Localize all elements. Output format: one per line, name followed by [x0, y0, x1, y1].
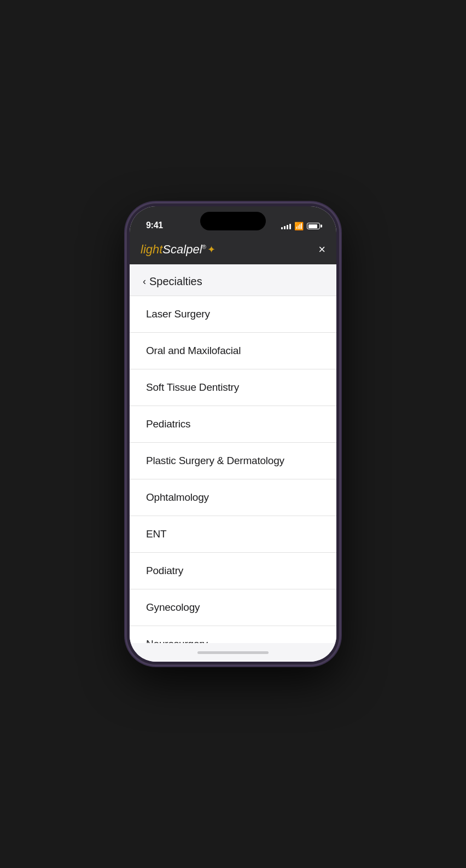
list-item[interactable]: Podiatry: [130, 553, 336, 589]
specialty-name: Soft Tissue Dentistry: [146, 381, 239, 393]
specialty-name: Oral and Maxilofacial: [146, 345, 241, 356]
signal-bar-2: [284, 226, 286, 229]
list-item[interactable]: Gynecology: [130, 589, 336, 626]
list-item[interactable]: Plastic Surgery & Dermatology: [130, 443, 336, 479]
list-item[interactable]: Oral and Maxilofacial: [130, 333, 336, 369]
list-item[interactable]: Soft Tissue Dentistry: [130, 369, 336, 406]
status-time: 9:41: [146, 221, 163, 230]
signal-bar-1: [281, 227, 283, 229]
signal-bar-3: [287, 225, 288, 229]
status-bar: 9:41 📶: [130, 206, 336, 236]
specialty-name: Pediatrics: [146, 418, 190, 430]
battery-fill: [308, 224, 317, 228]
specialty-name: Podiatry: [146, 565, 183, 576]
list-item[interactable]: Pediatrics: [130, 406, 336, 443]
back-chevron-icon: ‹: [143, 276, 146, 287]
battery-icon: [307, 223, 320, 229]
logo-text: lightScalpel®: [141, 244, 206, 256]
status-icons: 📶: [281, 222, 320, 230]
list-item[interactable]: Ophtalmology: [130, 479, 336, 516]
specialty-list: Laser Surgery Oral and Maxilofacial Soft…: [130, 296, 336, 643]
logo-light: light: [141, 242, 162, 256]
specialty-name: Neurosurgery: [146, 638, 208, 643]
specialty-name: Laser Surgery: [146, 308, 210, 320]
logo-spark-icon: ✦: [207, 244, 215, 256]
logo-scalpel: Scalpel: [162, 242, 202, 256]
phone-shell: 9:41 📶 l: [126, 203, 340, 665]
back-label: Specialties: [149, 275, 202, 288]
signal-bar-4: [289, 224, 291, 229]
signal-bars-icon: [281, 223, 291, 229]
phone-screen: 9:41 📶 l: [130, 206, 336, 662]
specialty-name: Gynecology: [146, 601, 200, 613]
app-header: lightScalpel® ✦ ×: [130, 236, 336, 264]
logo-reg: ®: [202, 244, 206, 250]
list-item[interactable]: Neurosurgery: [130, 626, 336, 643]
screen-content: 9:41 📶 l: [130, 206, 336, 662]
wifi-icon: 📶: [294, 222, 304, 230]
back-nav[interactable]: ‹ Specialties: [130, 264, 336, 296]
list-item[interactable]: ENT: [130, 516, 336, 553]
logo-container: lightScalpel® ✦: [141, 244, 215, 256]
specialty-name: ENT: [146, 528, 166, 540]
specialty-name: Ophtalmology: [146, 491, 209, 503]
home-bar: [197, 651, 269, 654]
dynamic-island: [200, 212, 266, 230]
content-area: ‹ Specialties Laser Surgery Oral and Max…: [130, 264, 336, 643]
home-indicator: [130, 643, 336, 662]
specialty-name: Plastic Surgery & Dermatology: [146, 455, 284, 466]
list-item[interactable]: Laser Surgery: [130, 296, 336, 333]
close-button[interactable]: ×: [318, 244, 325, 256]
